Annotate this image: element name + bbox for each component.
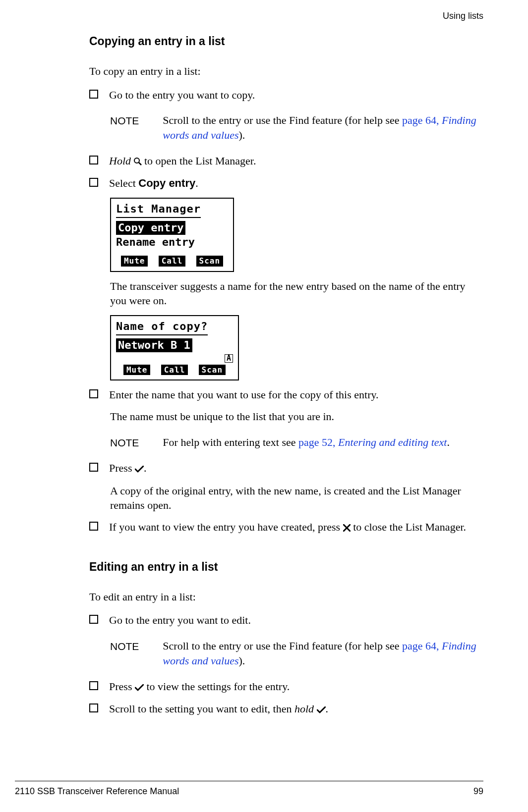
softkey-scan: Scan (199, 365, 226, 375)
note-label: NOTE (110, 114, 139, 128)
note-find-feature-2: NOTE Scroll to the entry or use the Find… (110, 639, 483, 668)
note-label: NOTE (110, 436, 139, 450)
lcd-selected-row: Network B 1 (116, 338, 192, 352)
checkbox-icon (89, 389, 98, 398)
link-comma: , (436, 640, 442, 652)
lcd-name-of-copy: Name of copy? Network B 1 A Mute Call Sc… (110, 315, 239, 380)
magnifier-icon (134, 155, 142, 169)
running-header: Using lists (443, 10, 483, 22)
step-pre: Select (109, 177, 138, 189)
checkbox-icon (89, 463, 98, 472)
hold-word: Hold (109, 155, 131, 167)
link-comma: , (436, 114, 442, 126)
step-go-to-entry-edit: Go to the entry you want to edit. (89, 613, 483, 628)
step-text: Enter the name that you want to use for … (109, 387, 483, 402)
lcd-title: List Manager (116, 203, 201, 217)
copy-entry-label: Copy entry (138, 177, 195, 189)
step-post: to close the List Manager. (351, 521, 466, 533)
checkbox-icon (89, 90, 98, 99)
step-select-copy-entry: Select Copy entry. (89, 176, 483, 191)
softkey-scan: Scan (196, 256, 224, 266)
lcd-selected-row: Copy entry (116, 221, 185, 235)
page-footer: 2110 SSB Transceiver Reference Manual 99 (15, 781, 483, 797)
step-post: . (326, 703, 329, 715)
step-go-to-entry-copy: Go to the entry you want to copy. (89, 88, 483, 103)
step-pre: Press (109, 680, 135, 693)
note-text: Scroll to the entry or use the Find feat… (163, 113, 483, 142)
lcd-row: Rename entry (116, 236, 228, 249)
hold-word: hold (294, 703, 314, 715)
svg-point-0 (134, 158, 139, 163)
step-press-tick-view: Press to view the settings for the entry… (89, 679, 483, 695)
link-entering-text[interactable]: Entering and editing text (338, 436, 447, 448)
lcd-indicator-a: A (225, 354, 233, 363)
link-page-52[interactable]: page 52 (298, 436, 333, 448)
note-find-feature-1: NOTE Scroll to the entry or use the Find… (110, 113, 483, 142)
step-text: Go to the entry you want to edit. (109, 613, 483, 628)
para-unique-name: The name must be unique to the list that… (110, 409, 483, 424)
checkbox-icon (89, 681, 98, 690)
x-icon (343, 521, 351, 536)
step-text: to open the List Manager. (142, 155, 256, 167)
step-post: . (195, 177, 198, 189)
step-pre: Press (109, 462, 135, 474)
note-label: NOTE (110, 640, 139, 653)
note-text: Scroll to the entry or use the Find feat… (163, 639, 483, 668)
checkbox-icon (89, 178, 98, 187)
step-post: . (144, 462, 147, 474)
checkbox-icon (89, 704, 98, 712)
note-pre: For help with entering text see (163, 436, 298, 448)
tick-icon (135, 462, 144, 477)
lcd-list-manager: List Manager Copy entry Rename entry Mut… (110, 198, 234, 272)
checkbox-icon (89, 615, 98, 624)
checkbox-icon (89, 522, 98, 531)
note-post: ). (239, 129, 245, 141)
step-text: Go to the entry you want to copy. (109, 88, 483, 103)
step-enter-name: Enter the name that you want to use for … (89, 387, 483, 402)
step-hold-find: Hold to open the List Manager. (89, 154, 483, 169)
softkey-call: Call (159, 256, 186, 266)
softkey-call: Call (161, 365, 188, 375)
para-copy-created: A copy of the original entry, with the n… (110, 484, 483, 513)
step-scroll-hold-tick: Scroll to the setting you want to edit, … (89, 702, 483, 717)
note-entering-text: NOTE For help with entering text see pag… (110, 435, 483, 450)
softkey-mute: Mute (121, 256, 148, 266)
checkbox-icon (89, 156, 98, 164)
note-post: ). (239, 654, 245, 667)
footer-title: 2110 SSB Transceiver Reference Manual (15, 785, 179, 797)
step-post: to view the settings for the entry. (144, 680, 290, 693)
softkey-mute: Mute (123, 365, 151, 375)
intro-copying: To copy an entry in a list: (89, 64, 483, 79)
link-comma: , (333, 436, 338, 448)
intro-editing: To edit an entry in a list: (89, 590, 483, 604)
lcd-title: Name of copy? (116, 320, 208, 335)
note-text: For help with entering text see page 52,… (163, 435, 483, 450)
step-press-tick: Press . (89, 461, 483, 477)
step-press-x: If you want to view the entry you have c… (89, 520, 483, 536)
page-number: 99 (473, 785, 483, 797)
note-post: . (447, 436, 450, 448)
note-pre: Scroll to the entry or use the Find feat… (163, 640, 402, 652)
step-pre: Scroll to the setting you want to edit, … (109, 703, 294, 715)
section-title-copying: Copying an entry in a list (89, 34, 483, 49)
svg-line-1 (139, 162, 141, 165)
link-page-64[interactable]: page 64 (402, 640, 436, 652)
para-suggested-name: The transceiver suggests a name for the … (110, 279, 483, 308)
link-page-64[interactable]: page 64 (402, 114, 436, 126)
step-pre: If you want to view the entry you have c… (109, 521, 343, 533)
tick-icon (135, 680, 144, 695)
note-pre: Scroll to the entry or use the Find feat… (163, 114, 402, 126)
tick-icon (317, 703, 326, 717)
section-title-editing: Editing an entry in a list (89, 559, 483, 575)
